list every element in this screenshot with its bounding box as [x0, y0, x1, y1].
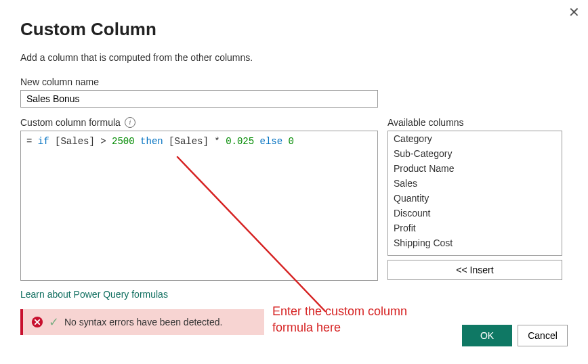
dialog-title: Custom Column: [20, 19, 568, 40]
formula-literal-2500: 2500: [112, 136, 135, 147]
column-item[interactable]: Discount: [388, 206, 562, 221]
formula-literal-zero: 0: [289, 136, 294, 147]
ok-button[interactable]: OK: [462, 325, 512, 346]
new-column-name-input[interactable]: [20, 90, 378, 108]
formula-label: Custom column formula i: [20, 117, 378, 128]
available-columns-label: Available columns: [387, 117, 562, 128]
dialog-subtitle: Add a column that is computed from the o…: [20, 52, 568, 63]
cancel-button[interactable]: Cancel: [518, 325, 568, 346]
available-columns-list[interactable]: Category Sub-Category Product Name Sales…: [387, 131, 562, 256]
check-icon: ✓: [49, 316, 59, 328]
column-item[interactable]: Sub-Category: [388, 146, 562, 161]
error-icon: [31, 316, 43, 328]
formula-sales-ref-1: [Sales] >: [55, 136, 106, 147]
formula-input[interactable]: = if [Sales] > 2500 then [Sales] * 0.025…: [20, 131, 378, 281]
insert-button[interactable]: << Insert: [387, 260, 562, 280]
close-icon[interactable]: ✕: [568, 5, 580, 19]
column-item[interactable]: Profit: [388, 221, 562, 235]
formula-eq: =: [26, 136, 32, 147]
formula-literal-rate: 0.025: [226, 136, 254, 147]
status-bar: ✓ No syntax errors have been detected.: [20, 309, 264, 335]
column-item[interactable]: Sales: [388, 176, 562, 191]
custom-column-dialog: ✕ Custom Column Add a column that is com…: [0, 0, 588, 364]
column-item[interactable]: Quantity: [388, 191, 562, 206]
formula-label-text: Custom column formula: [20, 117, 121, 128]
column-item[interactable]: Product Name: [388, 161, 562, 176]
formula-kw-if: if: [38, 136, 49, 147]
learn-link[interactable]: Learn about Power Query formulas: [20, 289, 168, 300]
formula-kw-else: else: [260, 136, 283, 147]
formula-kw-then: then: [140, 136, 163, 147]
info-icon[interactable]: i: [125, 117, 135, 128]
column-item[interactable]: Category: [388, 131, 562, 146]
formula-sales-ref-2: [Sales] *: [169, 136, 220, 147]
status-text: No syntax errors have been detected.: [64, 317, 222, 327]
new-column-name-label: New column name: [20, 76, 568, 87]
column-item[interactable]: Shipping Cost: [388, 235, 562, 250]
